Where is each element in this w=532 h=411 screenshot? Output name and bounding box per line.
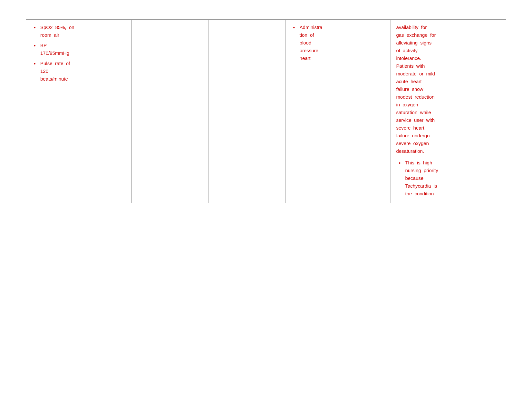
bp-value: 170/95mmHg — [40, 50, 69, 56]
text-line-9: failure show — [396, 86, 423, 92]
bp-label: BP — [40, 43, 47, 48]
admin-line2: tion of — [300, 32, 314, 38]
admin-line3: blood — [300, 40, 312, 45]
text-line-8: acute heart — [396, 79, 421, 84]
col4-list: Administra tion of blood pressure heart — [291, 24, 386, 62]
text-line-16: severe oxygen — [396, 141, 429, 146]
list-item: Administra tion of blood pressure heart — [293, 24, 386, 62]
col4-cell: Administra tion of blood pressure heart — [285, 20, 391, 203]
admin-line5: heart — [300, 55, 311, 61]
text-line-12: saturation while — [396, 110, 431, 115]
text-line-5: intolerance. — [396, 55, 421, 61]
pulse-value: 120 — [40, 68, 48, 74]
this-line4: Tachycardia is — [405, 183, 437, 189]
text-line-3: alleviating signs — [396, 40, 431, 45]
list-item: Pulse rate of 120 beats/minute — [34, 60, 126, 83]
spo2-line2: room air — [40, 32, 59, 38]
text-line-6: Patients with — [396, 63, 425, 69]
pulse-unit: beats/minute — [40, 76, 68, 82]
text-line-1: availability for — [396, 24, 427, 30]
text-line-13: service user with — [396, 117, 435, 123]
text-line-10: modest reduction — [396, 94, 434, 100]
list-item: SpO2 85%, on room air — [34, 24, 126, 39]
text-line-11: in oxygen — [396, 102, 418, 107]
col1-cell: SpO2 85%, on room air BP 170/95mmHg Puls… — [26, 20, 132, 203]
col5-bullet-section: This is high nursing priority because Ta… — [396, 159, 501, 198]
list-item: This is high nursing priority because Ta… — [399, 159, 501, 198]
col3-cell — [208, 20, 285, 203]
spo2-line1: SpO2 85%, on — [40, 24, 74, 30]
text-line-15: failure undergo — [396, 133, 430, 138]
admin-line4: pressure — [300, 48, 318, 53]
col5-cell: availability for gas exchange for allevi… — [391, 20, 506, 203]
text-line-17: desaturation. — [396, 148, 424, 154]
col5-list: This is high nursing priority because Ta… — [396, 159, 501, 198]
text-line-14: severe heart — [396, 125, 424, 131]
page: SpO2 85%, on room air BP 170/95mmHg Puls… — [0, 0, 532, 411]
col5-top-text: availability for gas exchange for allevi… — [396, 24, 501, 155]
admin-line1: Administra — [300, 24, 323, 30]
text-line-4: of activity — [396, 48, 418, 53]
col2-cell — [131, 20, 208, 203]
text-line-7: moderate or mild — [396, 71, 435, 76]
pulse-line1: Pulse rate of — [40, 61, 70, 66]
table-row: SpO2 85%, on room air BP 170/95mmHg Puls… — [26, 20, 506, 203]
this-line2: nursing priority — [405, 168, 438, 173]
this-line5: the condition — [405, 191, 434, 196]
col1-list: SpO2 85%, on room air BP 170/95mmHg Puls… — [31, 24, 126, 83]
text-line-2: gas exchange for — [396, 32, 436, 38]
this-line1: This is high — [405, 160, 432, 165]
main-table: SpO2 85%, on room air BP 170/95mmHg Puls… — [26, 19, 506, 203]
list-item: BP 170/95mmHg — [34, 42, 126, 57]
this-line3: because — [405, 175, 423, 181]
